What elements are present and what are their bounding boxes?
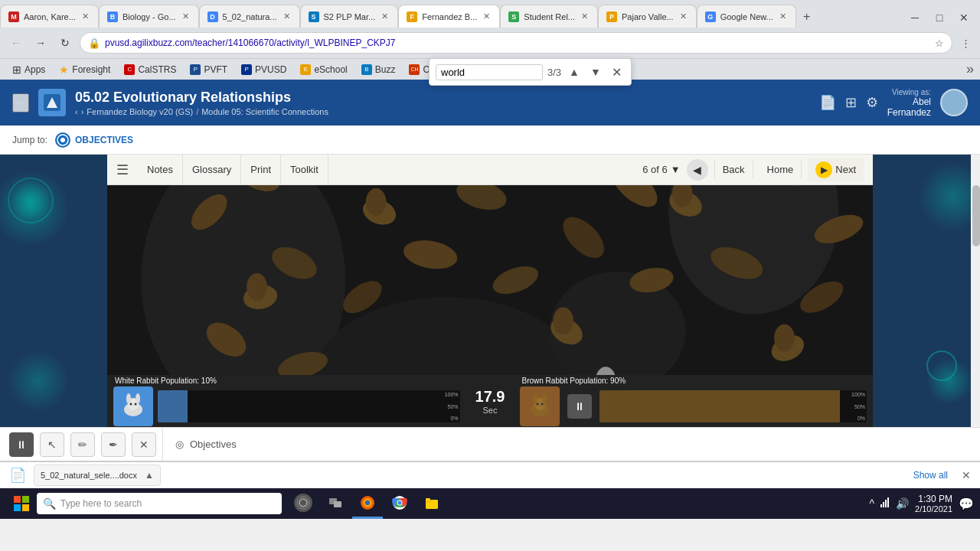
pen-tool-button[interactable]: ✏ <box>70 432 95 457</box>
taskbar-search[interactable]: 🔍 Type here to search <box>37 493 282 514</box>
extensions-button[interactable]: ⋮ <box>957 34 974 51</box>
cursor-tool-button[interactable]: ↖ <box>40 432 64 457</box>
breadcrumb-back-arrow[interactable]: ‹ <box>75 107 78 116</box>
maximize-button[interactable]: □ <box>929 8 949 28</box>
tab-pajaro[interactable]: P Pajaro Valle... ✕ <box>598 5 697 28</box>
activity-next-button[interactable]: ▶ Next <box>808 158 864 181</box>
svg-point-70 <box>299 499 307 507</box>
find-next-button[interactable]: ▼ <box>587 64 604 80</box>
tab-fernandez[interactable]: F Fernandez B... ✕ <box>398 5 500 28</box>
bookmark-foresight-label: Foresight <box>72 64 110 75</box>
home-label: Home <box>767 164 794 175</box>
minimize-button[interactable]: ─ <box>905 8 925 28</box>
tab-gmail-close[interactable]: ✕ <box>80 10 90 23</box>
taskbar-firefox[interactable] <box>352 488 383 519</box>
header-settings-button[interactable]: ⚙ <box>866 94 878 111</box>
bookmark-foresight[interactable]: ★ Foresight <box>53 62 116 77</box>
address-bar[interactable]: 🔒 pvusd.agilixbuzz.com/teacher/141066670… <box>80 32 952 54</box>
header-grid-button[interactable]: ⊞ <box>845 94 857 111</box>
breadcrumb-forward-arrow[interactable]: › <box>81 107 84 116</box>
system-clock[interactable]: 1:30 PM 2/10/2021 <box>915 494 952 514</box>
svg-rect-65 <box>14 496 21 503</box>
find-count: 3/3 <box>547 67 561 78</box>
taskbar-explorer[interactable] <box>416 488 447 519</box>
forward-button[interactable]: → <box>31 33 51 53</box>
bookmark-buzz[interactable]: B Buzz <box>355 63 402 77</box>
back-button[interactable]: ← <box>6 33 26 53</box>
speaker-icon[interactable]: 🔊 <box>896 497 909 510</box>
hamburger-menu[interactable]: ☰ <box>116 161 129 178</box>
user-avatar[interactable] <box>940 89 968 116</box>
white-rabbit-label: White Rabbit Population: 10% <box>113 377 460 385</box>
tab-google-close[interactable]: ✕ <box>778 10 788 23</box>
bookmark-eschool[interactable]: E eSchool <box>294 63 353 77</box>
find-close-button[interactable]: ✕ <box>609 64 625 81</box>
taskbar-search-icon: 🔍 <box>43 497 56 510</box>
nav-glossary[interactable]: Glossary <box>183 155 241 185</box>
brown-rabbit-graph: 100% 50% 0% <box>599 390 867 422</box>
taskbar-apps <box>288 488 447 519</box>
tab-s2plp[interactable]: S S2 PLP Mar... ✕ <box>300 5 399 28</box>
tab-pajaro-close[interactable]: ✕ <box>678 10 688 23</box>
bookmark-pvft[interactable]: P PVFT <box>184 63 234 77</box>
white-rabbit-stat: White Rabbit Population: 10% <box>107 373 466 429</box>
find-input[interactable] <box>436 64 543 80</box>
taskbar-cortana[interactable] <box>288 488 318 519</box>
header-doc-button[interactable]: 📄 <box>819 94 836 111</box>
tab-doc[interactable]: D 5_02_natura... ✕ <box>199 5 300 28</box>
close-tool-button[interactable]: ✕ <box>132 432 156 457</box>
tab-fernandez-close[interactable]: ✕ <box>482 10 492 23</box>
nav-toolkit[interactable]: Toolkit <box>281 155 328 185</box>
close-window-button[interactable]: ✕ <box>954 8 974 28</box>
activity-back-button[interactable]: Back <box>714 161 753 178</box>
svg-point-57 <box>130 403 132 406</box>
app-back-button[interactable]: ← <box>12 93 29 112</box>
tab-pajaro-title: Pajaro Valle... <box>622 12 674 21</box>
find-prev-button[interactable]: ▲ <box>566 64 583 80</box>
tab-biology[interactable]: B Biology - Go... ✕ <box>99 5 199 28</box>
nav-print[interactable]: Print <box>241 155 281 185</box>
download-item[interactable]: 5_02_natural_sele....docx ▲ <box>34 465 161 486</box>
brown-rabbit-stat: Brown Rabbit Population: 90% <box>514 373 873 429</box>
brown-rabbit-icon <box>520 386 560 426</box>
reload-button[interactable]: ↻ <box>55 33 75 53</box>
bookmark-calstrs[interactable]: C CalSTRS <box>118 63 182 77</box>
bookmarks-more-button[interactable]: » <box>966 61 974 77</box>
tab-student-close[interactable]: ✕ <box>580 10 590 23</box>
tab-biology-close[interactable]: ✕ <box>181 10 191 23</box>
highlight-tool-button[interactable]: ✒ <box>101 432 126 457</box>
start-button[interactable] <box>6 488 37 519</box>
chevron-up-icon[interactable]: ^ <box>869 497 874 510</box>
bookmark-pvusd[interactable]: P PVUSD <box>235 63 292 77</box>
page-content: ← 05.02 Evolutionary Relationships ‹ › F… <box>0 80 980 461</box>
activity-home-button[interactable]: Home <box>760 161 802 178</box>
page-scrollbar[interactable] <box>971 155 980 427</box>
objectives-button[interactable]: OBJECTIVES <box>55 132 133 148</box>
download-expand-icon[interactable]: ▲ <box>145 470 154 481</box>
tab-google[interactable]: G Google New... ✕ <box>697 5 796 28</box>
notification-button[interactable]: 💬 <box>959 497 974 511</box>
show-all-button[interactable]: Show all <box>913 470 948 481</box>
new-tab-button[interactable]: + <box>796 6 818 28</box>
browser-toolbar-icons: ⋮ <box>957 34 974 51</box>
network-icon[interactable] <box>879 497 891 511</box>
nav-notes[interactable]: Notes <box>138 155 183 185</box>
tab-gmail[interactable]: M Aaron, Kare... ✕ <box>0 5 99 28</box>
tab-doc-close[interactable]: ✕ <box>282 10 292 23</box>
right-decoration <box>873 155 980 427</box>
tab-google-title: Google New... <box>720 12 773 21</box>
objectives-tab[interactable]: ◎ Objectives <box>162 428 249 461</box>
svg-point-63 <box>537 403 539 406</box>
taskbar-taskview[interactable] <box>320 488 351 519</box>
tab-student[interactable]: S Student Rel... ✕ <box>500 5 598 28</box>
pause-tool-button[interactable]: ⏸ <box>9 432 34 457</box>
downloads-close-button[interactable]: ✕ <box>962 469 971 481</box>
page-prev-button[interactable]: ◀ <box>687 159 708 181</box>
tab-s2plp-close[interactable]: ✕ <box>380 10 390 23</box>
taskbar-chrome[interactable] <box>384 488 415 519</box>
pause-button[interactable]: ⏸ <box>567 394 592 419</box>
taskbar-right: ^ 🔊 1:30 PM 2/10/2021 💬 <box>869 494 974 514</box>
page-dropdown-icon[interactable]: ▼ <box>671 164 681 175</box>
scrollbar-thumb[interactable] <box>972 185 980 246</box>
bookmark-apps[interactable]: ⊞ Apps <box>6 62 51 77</box>
